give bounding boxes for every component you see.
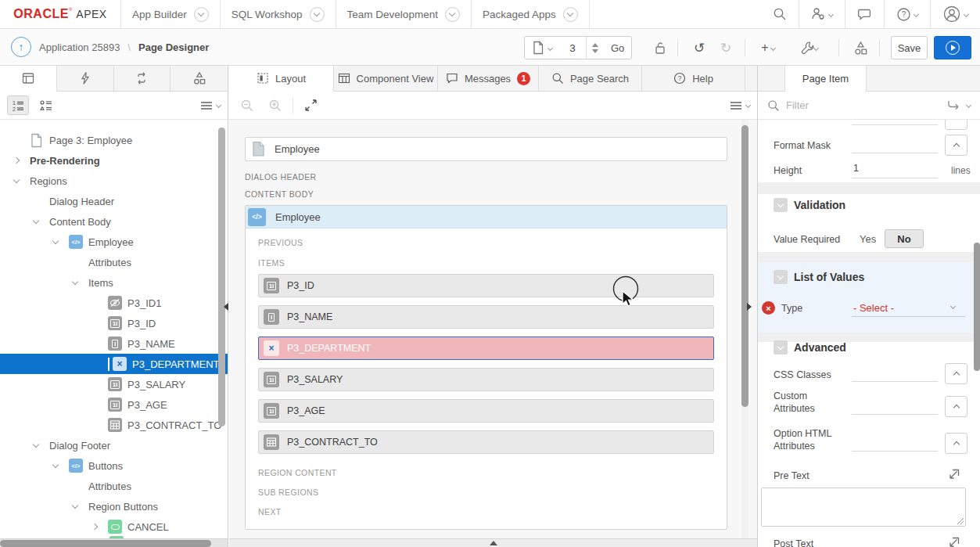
layout-item-p3-name[interactable]: IP3_NAME (258, 305, 714, 329)
tab-component-view[interactable]: Component View (334, 66, 438, 91)
chevron-down-icon[interactable] (34, 444, 49, 447)
format-mask-quickpick-button[interactable] (945, 135, 967, 156)
tree-menu-button[interactable] (200, 100, 221, 111)
tree-item-regions[interactable]: Regions (0, 171, 228, 191)
collapse-right-pane-handle[interactable] (747, 303, 752, 311)
chevron-right-icon[interactable] (14, 158, 30, 163)
tab-dynamic-actions[interactable] (57, 66, 114, 91)
shared-components-button[interactable] (848, 36, 873, 59)
create-menu-button[interactable]: + (752, 36, 784, 59)
go-up-button[interactable]: ↑ (11, 37, 31, 57)
page-finder-button[interactable] (525, 37, 559, 59)
tree-horizontal-scrollbar[interactable] (0, 538, 228, 547)
menu-app-builder[interactable]: App Builder (121, 0, 221, 28)
chevron-down-icon[interactable] (53, 464, 69, 467)
menu-sql-workshop[interactable]: SQL Workshop (221, 0, 336, 28)
tree-item-p3-department[interactable]: ×P3_DEPARTMENT (0, 354, 228, 374)
pre-text-textarea[interactable] (761, 488, 966, 527)
tab-messages[interactable]: Messages1 (438, 66, 539, 91)
redo-button[interactable]: ↻ (713, 36, 738, 59)
resize-handle[interactable] (957, 518, 964, 524)
zoom-out-button[interactable] (236, 95, 258, 115)
group-by-type-button[interactable] (35, 95, 57, 115)
tree-item-buttons[interactable]: </>Buttons (0, 455, 228, 476)
tree-item-content-body[interactable]: Content Body (0, 211, 228, 232)
tab-layout[interactable]: Layout (229, 66, 334, 92)
page-number-input[interactable] (559, 37, 586, 59)
tree-item-p3-id1[interactable]: P3_ID1 (0, 293, 228, 313)
user-account-menu[interactable] (930, 0, 980, 28)
filter-input[interactable] (786, 99, 940, 111)
layout-item-p3-id[interactable]: 1IP3_ID (258, 274, 714, 297)
tree-vertical-scrollbar[interactable] (218, 128, 225, 426)
collapse-lov-button[interactable] (774, 270, 788, 284)
layout-item-p3-salary[interactable]: 1IP3_SALARY (258, 368, 714, 391)
tab-rendering[interactable] (0, 66, 57, 92)
property-scrollbar-thumb[interactable] (974, 243, 980, 371)
employee-region-header[interactable]: </> Employee (246, 206, 727, 229)
tree-item-p3-age[interactable]: 1IP3_AGE (0, 394, 228, 415)
value-required-no-option[interactable]: No (885, 229, 924, 248)
tab-help[interactable]: ?Help (642, 66, 745, 91)
feedback-button[interactable] (845, 0, 884, 28)
lock-page-button[interactable] (648, 36, 673, 59)
collapse-advanced-button[interactable] (774, 340, 788, 354)
chevron-down-icon[interactable] (53, 240, 69, 243)
custom-attributes-input[interactable] (852, 399, 938, 415)
css-classes-input[interactable] (852, 366, 938, 382)
clipped-property-input[interactable] (852, 120, 938, 125)
breadcrumb-application[interactable]: Application 25893 (39, 41, 120, 53)
chevron-down-icon[interactable] (34, 220, 49, 223)
page-number-stepper[interactable] (586, 37, 604, 59)
chevron-down-icon[interactable] (73, 505, 88, 508)
clipped-quickpick-button[interactable] (945, 120, 967, 130)
expand-layout-button[interactable] (300, 95, 321, 115)
format-mask-input[interactable] (852, 138, 938, 153)
layout-item-p3-contract-to[interactable]: P3_CONTRACT_TO (258, 430, 714, 454)
go-button[interactable]: Go (604, 37, 631, 59)
css-classes-quickpick-button[interactable] (945, 363, 967, 384)
tree-item-items[interactable]: Items (0, 272, 228, 293)
collapse-validation-button[interactable] (774, 198, 788, 212)
chevron-down-icon[interactable] (73, 281, 88, 284)
global-search-button[interactable] (761, 0, 799, 28)
scrollbar-thumb[interactable] (0, 540, 211, 547)
menu-team-development[interactable]: Team Development (336, 0, 472, 28)
utilities-menu-button[interactable] (792, 36, 826, 59)
lov-type-select[interactable]: - Select - (853, 302, 894, 314)
tree-item-p3-name[interactable]: IP3_NAME (0, 333, 228, 354)
option-html-attributes-input[interactable] (852, 436, 938, 452)
menu-packaged-apps[interactable]: Packaged Apps (472, 0, 590, 28)
run-page-button[interactable] (934, 36, 971, 59)
undo-button[interactable]: ↺ (687, 36, 712, 59)
tab-page-search[interactable]: Page Search (539, 66, 642, 91)
layout-item-p3-age[interactable]: 1IP3_AGE (258, 399, 714, 423)
canvas-scrollbar-thumb[interactable] (741, 125, 748, 407)
tree-item-attributes[interactable]: Attributes (0, 252, 228, 272)
height-input[interactable]: 1 (852, 163, 938, 178)
administration-menu[interactable] (799, 0, 845, 28)
oracle-apex-logo[interactable]: ORACLE® APEX (0, 0, 121, 28)
edit-in-modal-icon[interactable] (947, 535, 961, 547)
bottom-pane-expand-handle[interactable] (229, 538, 757, 547)
value-required-yes-option[interactable]: Yes (860, 233, 876, 245)
tree-item-page-3-employee[interactable]: Page 3: Employee (0, 130, 228, 150)
chevron-down-icon[interactable] (14, 179, 30, 182)
tree-item-region-buttons[interactable]: Region Buttons (0, 496, 228, 516)
save-button[interactable]: Save (891, 36, 928, 59)
tree-item-p3-id[interactable]: 1IP3_ID (0, 313, 228, 333)
help-menu[interactable]: ? (884, 0, 930, 28)
edit-in-modal-icon[interactable] (947, 467, 961, 481)
chevron-down-icon[interactable] (966, 103, 971, 108)
tree-item-p3-contract-to[interactable]: P3_CONTRACT_TO (0, 415, 228, 435)
tree-item-attributes[interactable]: Attributes (0, 476, 228, 496)
tree-item-p3-salary[interactable]: 1IP3_SALARY (0, 374, 228, 394)
tree-item-dialog-footer[interactable]: Dialog Footer (0, 435, 228, 455)
layout-menu-button[interactable] (730, 100, 750, 111)
layout-item-p3-department[interactable]: ×P3_DEPARTMENT (258, 336, 714, 360)
tab-page-item[interactable]: Page Item (784, 66, 867, 92)
tree-item-employee[interactable]: </>Employee (0, 232, 228, 252)
tree-item-pre-rendering[interactable]: Pre-Rendering (0, 150, 228, 171)
chevron-right-icon[interactable] (92, 524, 108, 529)
option-html-quickpick-button[interactable] (945, 433, 967, 454)
